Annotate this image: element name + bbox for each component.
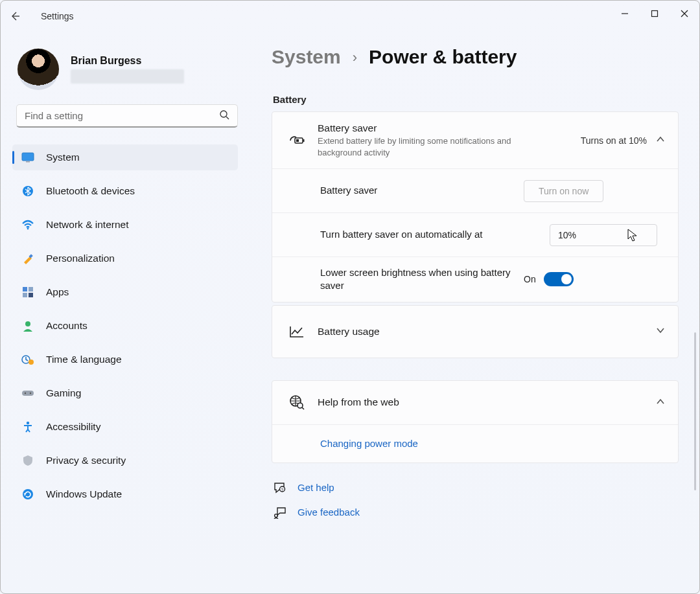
help-link-power-mode[interactable]: Changing power mode bbox=[320, 438, 418, 449]
help-card: Help from the web Changing power mode bbox=[272, 380, 679, 463]
search-box[interactable] bbox=[16, 104, 238, 128]
arrow-left-icon bbox=[10, 11, 20, 21]
chevron-down-icon bbox=[656, 326, 665, 337]
svg-rect-1 bbox=[652, 11, 658, 17]
nav-personalization[interactable]: Personalization bbox=[12, 246, 238, 271]
sub-label: Turn battery saver on automatically at bbox=[320, 228, 541, 241]
battery-saver-header-row[interactable]: Battery saver Extend battery life by lim… bbox=[272, 112, 678, 169]
wifi-icon bbox=[21, 220, 34, 230]
turn-on-now-button[interactable]: Turn on now bbox=[524, 180, 603, 202]
nav-time-language[interactable]: Time & language bbox=[12, 347, 238, 372]
section-header-battery: Battery bbox=[273, 94, 688, 105]
window-controls bbox=[610, 1, 699, 27]
gamepad-icon bbox=[21, 389, 34, 398]
scrollbar-thumb[interactable] bbox=[694, 332, 696, 490]
shield-icon bbox=[21, 455, 34, 466]
back-button[interactable] bbox=[1, 1, 29, 32]
nav-bluetooth[interactable]: Bluetooth & devices bbox=[12, 178, 238, 204]
help-header-row[interactable]: Help from the web bbox=[272, 381, 678, 425]
nav-label: Gaming bbox=[46, 387, 81, 399]
svg-line-3 bbox=[226, 117, 229, 119]
nav-accounts[interactable]: Accounts bbox=[12, 313, 238, 339]
person-icon bbox=[21, 320, 34, 332]
sub-label: Lower screen brightness when using batte… bbox=[320, 266, 515, 293]
brightness-toggle[interactable] bbox=[544, 272, 574, 286]
svg-point-25 bbox=[298, 403, 303, 408]
row-subtitle: Extend battery life by limiting some not… bbox=[318, 135, 538, 158]
nav-gaming[interactable]: Gaming bbox=[12, 380, 238, 406]
sidebar: Brian Burgess System Bluetooth & devices… bbox=[1, 40, 257, 593]
battery-usage-card[interactable]: Battery usage bbox=[272, 305, 679, 358]
nav-label: Accounts bbox=[46, 320, 88, 332]
nav-label: Time & language bbox=[46, 354, 122, 365]
lower-brightness-row: Lower screen brightness when using batte… bbox=[272, 257, 678, 302]
update-icon bbox=[21, 488, 34, 500]
battery-saver-status: Turns on at 10% bbox=[581, 135, 647, 146]
breadcrumb: System › Power & battery bbox=[272, 46, 688, 68]
avatar bbox=[18, 49, 59, 90]
svg-rect-4 bbox=[22, 153, 34, 161]
profile-block[interactable]: Brian Burgess bbox=[18, 49, 257, 90]
link-label: Give feedback bbox=[298, 507, 360, 518]
nav-label: Windows Update bbox=[46, 488, 122, 500]
minimize-button[interactable] bbox=[610, 1, 640, 27]
close-button[interactable] bbox=[670, 1, 699, 27]
brush-icon bbox=[21, 253, 34, 264]
nav-accessibility[interactable]: Accessibility bbox=[12, 414, 238, 440]
search-icon bbox=[219, 109, 231, 122]
close-icon bbox=[681, 10, 688, 17]
nav-label: Privacy & security bbox=[46, 455, 126, 466]
chart-icon bbox=[285, 325, 309, 338]
dropdown-value: 10% bbox=[558, 230, 576, 240]
maximize-button[interactable] bbox=[640, 1, 670, 27]
sub-label: Battery saver bbox=[320, 184, 515, 197]
nav-windows-update[interactable]: Windows Update bbox=[12, 481, 238, 507]
svg-rect-16 bbox=[22, 391, 34, 396]
nav-label: Apps bbox=[46, 286, 69, 298]
breadcrumb-current: Power & battery bbox=[369, 46, 517, 68]
system-icon bbox=[21, 152, 34, 163]
globe-search-icon bbox=[285, 394, 309, 410]
svg-point-17 bbox=[25, 393, 26, 394]
bluetooth-icon bbox=[21, 185, 34, 197]
row-title: Battery usage bbox=[318, 326, 647, 337]
nav-privacy[interactable]: Privacy & security bbox=[12, 448, 238, 474]
give-feedback-link[interactable]: Give feedback bbox=[273, 506, 688, 519]
titlebar: Settings bbox=[1, 1, 699, 32]
svg-point-19 bbox=[27, 422, 29, 424]
row-title: Battery saver bbox=[318, 122, 572, 134]
feedback-icon bbox=[273, 506, 287, 519]
nav-apps[interactable]: Apps bbox=[12, 279, 238, 305]
get-help-link[interactable]: ? Get help bbox=[273, 481, 688, 494]
email-blurred bbox=[71, 69, 184, 84]
chevron-up-icon bbox=[656, 397, 665, 408]
toggle-state-label: On bbox=[524, 274, 536, 284]
search-input[interactable] bbox=[23, 109, 219, 122]
window-title: Settings bbox=[41, 11, 74, 21]
footer-links: ? Get help Give feedback bbox=[273, 481, 688, 519]
chevron-up-icon bbox=[656, 135, 665, 146]
svg-rect-12 bbox=[29, 293, 33, 297]
maximize-icon bbox=[651, 10, 659, 17]
breadcrumb-parent[interactable]: System bbox=[272, 46, 341, 68]
chevron-right-icon: › bbox=[353, 49, 357, 66]
svg-line-26 bbox=[302, 407, 304, 409]
svg-point-2 bbox=[220, 111, 227, 117]
nav-label: Bluetooth & devices bbox=[46, 185, 135, 197]
accessibility-icon bbox=[21, 421, 34, 433]
svg-point-15 bbox=[29, 360, 34, 365]
nav-label: Network & internet bbox=[46, 219, 129, 231]
nav-label: Personalization bbox=[46, 253, 115, 264]
auto-on-threshold-row: Turn battery saver on automatically at 1… bbox=[272, 213, 678, 257]
threshold-dropdown[interactable]: 10% bbox=[550, 224, 657, 246]
svg-rect-23 bbox=[296, 139, 299, 142]
nav-network[interactable]: Network & internet bbox=[12, 212, 238, 238]
svg-rect-5 bbox=[26, 161, 30, 163]
svg-rect-11 bbox=[23, 293, 27, 297]
svg-point-13 bbox=[25, 321, 30, 326]
nav-label: Accessibility bbox=[46, 421, 100, 433]
battery-saver-card: Battery saver Extend battery life by lim… bbox=[272, 111, 679, 303]
nav-list: System Bluetooth & devices Network & int… bbox=[12, 144, 238, 507]
nav-system[interactable]: System bbox=[12, 144, 238, 170]
main-content: System › Power & battery Battery Battery… bbox=[272, 46, 688, 593]
